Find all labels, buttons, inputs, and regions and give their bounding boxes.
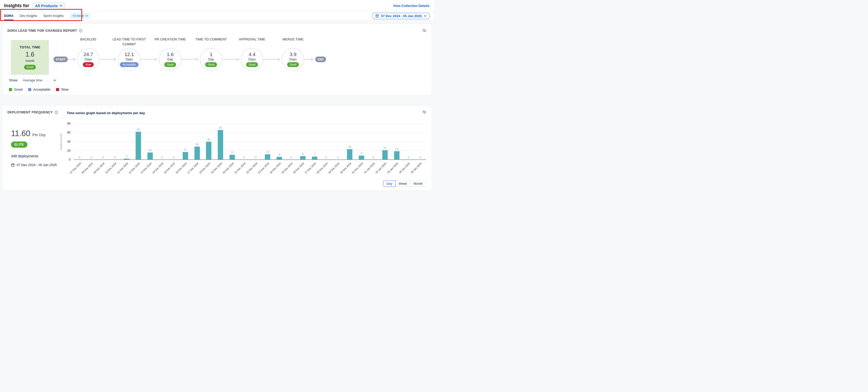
x-axis-label: 09 Dec 2024: [93, 162, 105, 174]
chart-bar-slot: 6212 Dec 2024: [132, 124, 144, 160]
chart-bar-slot: 1223 Dec 2024: [262, 124, 274, 160]
chevron-down-icon: [53, 79, 56, 81]
chart-yticks: 020406080: [62, 124, 71, 160]
chart-bar-slot: 6619 Dec 2024: [215, 124, 226, 160]
flow-node-status-badge: Acceptable: [120, 62, 138, 67]
x-axis-label: 03 Jan 2025: [387, 162, 399, 174]
deployment-date-range-value: 07 Dec 2024 - 05 Jan 2025: [17, 163, 57, 167]
bar-value-label: 19: [395, 147, 398, 150]
x-axis-label: 26 Dec 2024: [292, 162, 305, 174]
tabs-bar: DORA Dev Insights Sprint Insights +3 mor…: [0, 11, 434, 21]
chart-bars: 007 Dec 2024008 Dec 2024009 Dec 2024010 …: [74, 124, 426, 160]
status-legend: Good Acceptable Slow: [9, 88, 427, 91]
bar-value-label: 23: [348, 145, 351, 148]
page-root: Insights for All Products View Collectio…: [0, 0, 434, 196]
tab-sprint-insights[interactable]: Sprint Insights: [43, 11, 64, 20]
show-metric-dropdown[interactable]: Show: Average time: [9, 78, 60, 82]
bar-value-label: 6: [278, 153, 280, 156]
chart-settings-button[interactable]: [422, 28, 427, 33]
bar-value-label: 0: [173, 156, 174, 159]
total-time-value: 1.6: [26, 51, 35, 58]
chart-bar-slot: 211 Dec 2024: [121, 124, 132, 160]
bar-value-label: 0: [79, 156, 80, 159]
flow-node-status-badge: Good: [164, 62, 176, 67]
x-axis-label: 19 Dec 2024: [210, 162, 223, 174]
deployment-card-title: DEPLOYMENT FREQUENCY: [7, 111, 53, 114]
chart-settings-button[interactable]: [422, 110, 427, 115]
info-icon[interactable]: [55, 111, 58, 114]
flow-node-pr-creation-time: PR CREATION TIME 1.6 Day Good: [159, 37, 181, 72]
flow-node-unit: Days: [126, 58, 133, 61]
main-content: DORA LEAD TIME FOR CHANGES REPORT TOTAL …: [2, 24, 432, 191]
flow-arrow-icon: [181, 57, 200, 61]
date-range-button[interactable]: 07 Dec 2024 - 05 Jan 2025: [373, 13, 429, 19]
total-time-unit: month: [26, 59, 35, 63]
x-axis-label: 08 Dec 2024: [81, 162, 93, 174]
chart-title: Time series graph based on deployments p…: [67, 111, 145, 115]
tab-dora[interactable]: DORA: [4, 11, 13, 20]
flow-node-circle: 12.1 Days Acceptable: [118, 48, 141, 71]
chart-bar: [229, 155, 235, 160]
chart-bar-slot: 001 Jan 2025: [368, 124, 379, 160]
deployment-frequency-card: DEPLOYMENT FREQUENCY Time series graph b…: [2, 105, 432, 191]
granularity-day-button[interactable]: Day: [383, 180, 396, 187]
deployments-total: 348 deployments: [11, 154, 67, 158]
chart-bar: [194, 147, 200, 160]
chart-bar-slot: 010 Dec 2024: [109, 124, 121, 160]
chart-bar-slot: 004 Jan 2025: [403, 124, 414, 160]
bar-value-label: 62: [137, 128, 140, 131]
elite-tier-badge: ELITE: [11, 142, 27, 148]
flow-node-value: 12.1: [125, 52, 134, 57]
chevron-down-icon: [424, 15, 427, 17]
show-selected-value: Average time: [23, 78, 42, 82]
deployments-bar-chart: Deployments 020406080 007 Dec 2024008 De…: [74, 124, 426, 160]
deployment-rate-unit: Per Day: [32, 133, 45, 137]
flow-node-value: 1.6: [167, 52, 174, 57]
more-tabs-button[interactable]: +3 more: [70, 13, 90, 19]
y-tick-label: 20: [67, 149, 71, 152]
chart-bar-slot: 005 Jan 2025: [414, 124, 426, 160]
bar-value-label: 0: [114, 156, 116, 159]
legend-item-slow: Slow: [56, 88, 69, 91]
tab-dev-insights[interactable]: Dev Insights: [20, 11, 37, 20]
x-axis-line: [74, 159, 426, 160]
flow-node-status-badge: Good: [205, 62, 217, 67]
legend-swatch-good: [9, 88, 12, 91]
chart-bar-slot: 015 Dec 2024: [167, 124, 179, 160]
x-axis-label: 16 Dec 2024: [175, 162, 187, 174]
flow-node-status-badge: Good: [246, 62, 258, 67]
chart-bar: [382, 150, 388, 160]
flow-node-value: 1: [210, 52, 213, 57]
view-collection-details-link[interactable]: View Collection Details: [393, 4, 429, 8]
bar-value-label: 0: [373, 156, 374, 159]
flow-node-circle: 1 Day Good: [200, 48, 222, 71]
product-selector-dropdown[interactable]: All Products: [32, 2, 65, 9]
deployment-stats: 11.60 Per Day ELITE 348 deployments 07 D…: [11, 129, 67, 167]
x-axis-label: 20 Dec 2024: [222, 162, 235, 174]
chart-bar-slot: 008 Dec 2024: [86, 124, 97, 160]
chart-bar-slot: 2102 Jan 2025: [379, 124, 391, 160]
bar-value-label: 17: [184, 148, 187, 151]
show-label: Show:: [9, 78, 18, 82]
chart-bar-slot: 1613 Dec 2024: [144, 124, 156, 160]
x-axis-label: 07 Dec 2024: [69, 162, 82, 174]
chart-bar: [135, 132, 141, 160]
granularity-month-button[interactable]: Month: [410, 180, 426, 187]
flow-node-value: 4.4: [249, 52, 255, 57]
legend-swatch-slow: [56, 88, 59, 91]
chart-bar-slot: 931 Dec 2024: [356, 124, 368, 160]
flow-node-value: 24.7: [84, 52, 93, 57]
info-icon[interactable]: [79, 29, 83, 32]
flow-arrow-icon: [67, 57, 77, 61]
page-header: Insights for All Products View Collectio…: [0, 0, 434, 11]
granularity-week-button[interactable]: Week: [396, 180, 410, 187]
bar-value-label: 0: [326, 156, 327, 159]
chart-bar-slot: 1903 Jan 2025: [391, 124, 403, 160]
flow-node-unit: Days: [289, 58, 297, 61]
y-tick-label: 0: [69, 158, 71, 161]
x-axis-label: 27 Dec 2024: [304, 162, 316, 174]
product-selector-value: All Products: [35, 4, 58, 8]
date-range-value: 07 Dec 2024 - 05 Jan 2025: [381, 14, 422, 18]
flow-node-merge-time: MERGE TIME 3.9 Days Good: [282, 37, 304, 72]
total-time-card: TOTAL TIME 1.6 month Good: [11, 40, 49, 75]
